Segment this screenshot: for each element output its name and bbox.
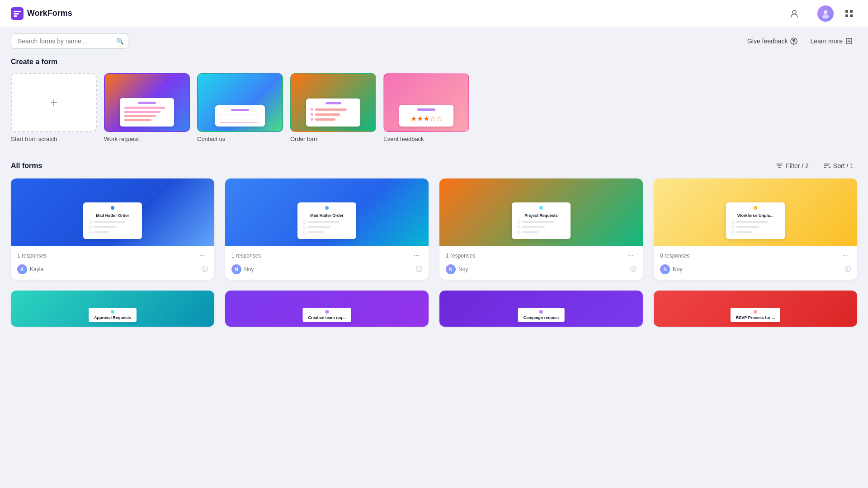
logo[interactable]: WorkForms (11, 7, 72, 20)
contact-label: Contact us (197, 136, 283, 142)
fcp-dot-1 (111, 206, 114, 210)
svg-rect-8 (845, 10, 848, 13)
fcp-radio-7 (517, 221, 520, 224)
learn-more-button[interactable]: Learn more (806, 35, 857, 47)
form-card-workforce[interactable]: Workforce Unplu... 0 responses ··· N Noy (654, 178, 857, 280)
fcp-title-3: Project Requests (517, 213, 565, 218)
sort-button[interactable]: Sort / 1 (820, 160, 857, 171)
form-responses-2: 1 responses (231, 253, 261, 259)
partial-preview-2: Creative team req... (302, 308, 351, 322)
order-card-inner (290, 73, 376, 132)
form-author-left-1: K Kayla (17, 264, 43, 274)
form-more-btn-3[interactable]: ··· (625, 251, 637, 261)
info-icon-4[interactable]: ⓘ (844, 265, 851, 273)
author-avatar-2: N (231, 264, 241, 274)
all-forms-header: All forms Filter / 2 Sort / 1 (11, 160, 857, 171)
header: WorkForms (0, 0, 868, 27)
grid-icon (844, 9, 854, 18)
learn-more-label: Learn more (810, 38, 843, 45)
template-order[interactable]: Order form (290, 73, 376, 142)
fcp-row-6 (303, 230, 351, 234)
logo-icon (11, 7, 24, 20)
svg-point-4 (793, 10, 796, 14)
fcp-radio-10 (731, 221, 735, 224)
template-event[interactable]: ★★★☆☆ Event feedback (383, 73, 469, 142)
fcp-row-7 (517, 221, 565, 224)
partial-dot-3 (539, 310, 543, 314)
event-card-inner: ★★★☆☆ (383, 73, 469, 132)
form-preview-2: Mad Hatter Order (297, 202, 356, 239)
partial-title-3: Campaign request (524, 315, 559, 320)
scratch-card-inner: + (11, 73, 97, 132)
avatar[interactable] (817, 5, 834, 22)
work-request-card-inner (104, 73, 190, 132)
give-feedback-button[interactable]: Give feedback (743, 35, 802, 47)
form-card-approval[interactable]: Approval Requests (11, 291, 214, 327)
search-input[interactable] (11, 33, 128, 49)
sort-label: Sort / 1 (833, 162, 854, 169)
author-name-1: Kayla (30, 266, 43, 272)
form-more-btn-4[interactable]: ··· (840, 251, 851, 261)
template-contact[interactable]: Contact us (197, 73, 283, 142)
preview-line-4 (124, 119, 151, 121)
fcp-row-10 (731, 221, 779, 224)
template-work-request[interactable]: Create Work request template Work reques… (104, 73, 190, 142)
info-icon-2[interactable]: ⓘ (416, 265, 422, 273)
template-scratch[interactable]: + Start from scratch (11, 73, 97, 142)
form-author-left-4: N Noy (660, 264, 682, 274)
filter-button[interactable]: Filter / 2 (772, 160, 812, 171)
form-card-campaign[interactable]: Campaign request (439, 291, 643, 327)
info-icon-3[interactable]: ⓘ (630, 265, 637, 273)
partial-thumb-1: Approval Requests (11, 291, 214, 327)
search-icon: 🔍 (116, 38, 124, 45)
order-preview (306, 99, 360, 127)
event-title-line (417, 108, 435, 111)
fcp-row-5 (303, 225, 351, 229)
info-icon-1[interactable]: ⓘ (202, 265, 208, 273)
form-card-project[interactable]: Project Requests 1 responses ··· N Noy ⓘ (439, 178, 643, 280)
partial-dot-1 (111, 310, 114, 314)
partial-thumb-2: Creative team req... (225, 291, 429, 327)
form-card-mad-hatter-2[interactable]: Mad Hatter Order 1 responses ··· N Noy ⓘ (225, 178, 429, 280)
main-content: Create a form + Start from scratch Creat… (0, 49, 868, 345)
preview-line-1 (124, 107, 165, 109)
form-card-mad-hatter-1[interactable]: Mad Hatter Order 1 responses ··· K Kayla (11, 178, 214, 280)
svg-rect-2 (14, 13, 19, 14)
form-card-rsvp[interactable]: RSVP Process for ... (654, 291, 857, 327)
fcp-row-11 (731, 225, 779, 229)
filter-label: Filter / 2 (786, 162, 809, 169)
form-more-btn-1[interactable]: ··· (197, 251, 208, 261)
apps-grid-button[interactable] (841, 5, 857, 22)
author-avatar-3: N (446, 264, 456, 274)
all-forms-title: All forms (11, 162, 772, 170)
order-bar-3 (315, 118, 335, 121)
svg-point-13 (793, 43, 794, 44)
work-request-label: Work request (104, 136, 190, 142)
partial-dot-4 (754, 310, 757, 314)
order-label: Order form (290, 136, 376, 142)
form-author-4: N Noy ⓘ (660, 264, 851, 274)
order-bar-1 (315, 108, 347, 111)
fcp-radio-6 (303, 230, 306, 234)
form-preview-3: Project Requests (512, 202, 571, 239)
give-feedback-label: Give feedback (747, 38, 788, 45)
fcp-row-8 (517, 225, 565, 229)
order-row-1 (311, 108, 356, 111)
create-form-section: Create a form + Start from scratch Creat… (11, 58, 857, 146)
event-preview: ★★★☆☆ (399, 105, 453, 127)
form-more-btn-2[interactable]: ··· (411, 251, 422, 261)
user-icon-button[interactable] (786, 5, 802, 22)
svg-rect-1 (14, 11, 21, 12)
fcp-title-4: Workforce Unplu... (731, 213, 779, 218)
form-card-creative[interactable]: Creative team req... (225, 291, 429, 327)
svg-point-6 (824, 10, 827, 14)
order-dot-3 (311, 118, 313, 121)
fcp-bar-11 (736, 226, 759, 228)
search-wrapper: 🔍 (11, 33, 128, 49)
author-name-2: Noy (244, 266, 254, 272)
fcp-radio-8 (517, 225, 520, 229)
partial-preview-3: Campaign request (518, 308, 565, 322)
fcp-radio-1 (89, 221, 92, 224)
author-name-3: Noy (458, 266, 468, 272)
partial-preview-4: RSVP Process for ... (731, 308, 780, 322)
